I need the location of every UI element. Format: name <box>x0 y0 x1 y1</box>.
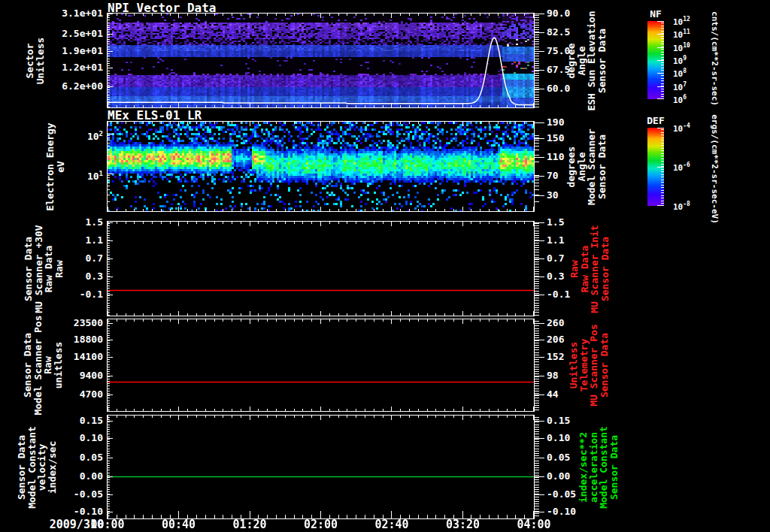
panel-canvas-1 <box>108 14 534 107</box>
right-tick-label: 0.00 <box>547 470 599 482</box>
colorbar-tick-label: 1012 <box>673 16 708 27</box>
y-tick-label: 1.2e+01 <box>43 62 103 74</box>
right-tick-label: 70 <box>547 170 599 182</box>
y-tick-label: 101 <box>43 168 103 183</box>
colorbar-tick-label: 10-4 <box>673 122 708 134</box>
colorbar-ticks-def <box>647 128 664 206</box>
colorbar-nf-units: cnts/(cm**2-sr-sec) <box>710 11 720 106</box>
right-axis-ticks-5 <box>535 416 547 518</box>
spectrogram-panel-1 <box>107 13 535 108</box>
line-panel-3 <box>107 221 535 316</box>
panel-canvas-4 <box>108 319 534 411</box>
time-tick-label: 00:00 <box>81 518 134 531</box>
right-tick-label: 152 <box>547 351 599 363</box>
time-tick-label: 03:20 <box>437 518 490 531</box>
y-tick-label: 0.10 <box>43 432 103 444</box>
panel-canvas-2 <box>108 122 534 211</box>
right-axis-ticks-1 <box>535 14 547 107</box>
y-tick-label: 0.05 <box>43 452 103 464</box>
right-tick-label: 190 <box>547 116 599 128</box>
right-tick-label: 110 <box>547 151 599 163</box>
right-tick-label: -0.1 <box>547 289 599 301</box>
colorbar-tick-label: 1011 <box>673 29 708 40</box>
right-axis-label-1: degree Angle ESH Sun Elevation Sensor Da… <box>566 11 607 110</box>
colorbar-def-title: DEF <box>639 115 672 126</box>
colorbar-tick-label: 10-6 <box>673 162 708 173</box>
y-tick-label: -0.05 <box>43 488 103 500</box>
y-tick-label: -0.1 <box>43 289 103 301</box>
colorbar-tick-label: 10-8 <box>673 201 708 212</box>
right-tick-label: 30 <box>547 189 599 201</box>
right-tick-label: 260 <box>547 317 599 329</box>
y-tick-label: 0.3 <box>43 271 103 283</box>
colorbar-nf-title: NF <box>639 8 672 20</box>
time-tick-label: 01:20 <box>223 518 276 531</box>
right-tick-label: 0.15 <box>547 415 599 427</box>
y-tick-label: 2.5e+01 <box>43 28 103 40</box>
line-panel-5 <box>107 415 535 519</box>
plot-page: NPI Vector Data MEx ELS-01 LR 2009/310 N… <box>0 0 770 532</box>
panel-canvas-5 <box>108 416 534 518</box>
right-tick-label: 0.10 <box>547 432 599 444</box>
colorbar-tick-label: 108 <box>673 68 708 79</box>
right-tick-label: 0.05 <box>547 452 599 464</box>
colorbar-tick-label: 1010 <box>673 42 708 53</box>
right-tick-label: 1.1 <box>547 234 599 246</box>
y-tick-label: -0.10 <box>43 506 103 518</box>
y-tick-label: 9400 <box>43 370 103 382</box>
time-tick-label: 04:00 <box>508 518 560 531</box>
y-tick-label: 18800 <box>43 334 103 346</box>
y-tick-label: 0.00 <box>43 470 103 482</box>
y-tick-label: 3.1e+01 <box>43 8 103 20</box>
panel-canvas-3 <box>108 222 534 316</box>
line-panel-4 <box>107 319 535 412</box>
y-tick-label: 0.15 <box>43 415 103 427</box>
spectrogram-panel-2 <box>107 121 535 212</box>
y-tick-label: 1.9e+01 <box>43 45 103 57</box>
right-tick-label: -0.05 <box>547 488 599 500</box>
colorbar-tick-label: 109 <box>673 55 708 66</box>
colorbar-ticks-nf <box>647 21 664 99</box>
right-tick-label: 67.5 <box>547 64 599 76</box>
right-axis-ticks-2 <box>535 122 547 211</box>
time-tick-label: 02:00 <box>295 518 347 531</box>
y-tick-label: 1.1 <box>43 234 103 246</box>
right-tick-label: -0.10 <box>547 506 599 518</box>
right-axis-ticks-3 <box>535 222 547 316</box>
y-tick-label: 0.7 <box>43 252 103 264</box>
colorbar-tick-label: 107 <box>673 81 708 92</box>
right-tick-label: 44 <box>547 388 599 401</box>
right-tick-label: 60.0 <box>547 83 599 95</box>
time-tick-label: 02:40 <box>365 518 418 531</box>
right-tick-label: 82.5 <box>547 26 599 38</box>
right-tick-label: 90.0 <box>547 8 599 20</box>
right-tick-label: 75.0 <box>547 45 599 57</box>
right-tick-label: 150 <box>547 132 599 144</box>
right-tick-label: 206 <box>547 334 599 346</box>
right-tick-label: 98 <box>547 370 599 382</box>
y-tick-label: 102 <box>43 128 103 143</box>
right-axis-ticks-4 <box>535 319 547 411</box>
y-tick-label: 23500 <box>43 317 103 329</box>
y-tick-label: 4700 <box>43 388 103 401</box>
right-tick-label: 0.3 <box>547 271 599 283</box>
y-tick-label: 6.2e+00 <box>43 80 103 92</box>
y-tick-label: 1.5 <box>43 216 103 228</box>
colorbar-tick-label: 106 <box>673 94 708 105</box>
y-tick-label: 14100 <box>43 351 103 363</box>
right-tick-label: 1.5 <box>547 216 599 228</box>
right-tick-label: 0.7 <box>547 252 599 264</box>
colorbar-def-units: ergs/(cm**2-sr-sec-eV) <box>710 114 720 224</box>
time-tick-label: 00:40 <box>153 518 205 531</box>
y-axis-label-1: Sector Unitless <box>25 37 45 84</box>
